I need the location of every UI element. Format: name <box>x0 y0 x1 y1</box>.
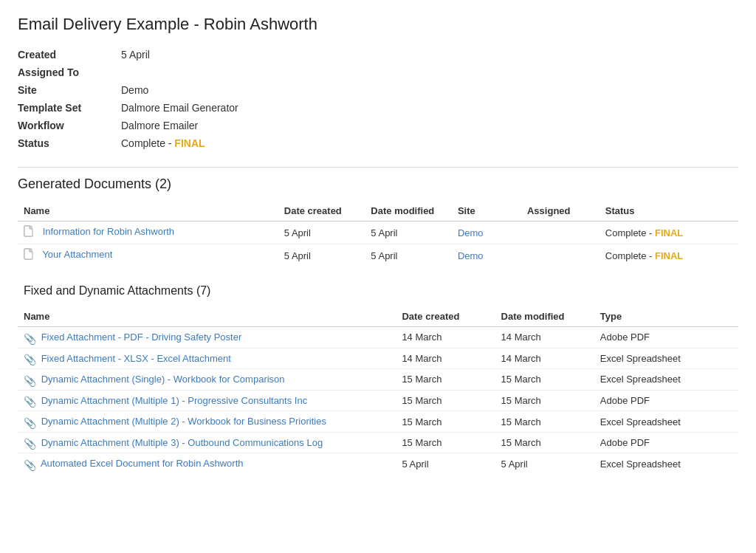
attach-date-created: 15 March <box>396 369 495 391</box>
meta-table: Created 5 April Assigned To Site Demo Te… <box>18 46 738 152</box>
document-icon <box>24 225 35 238</box>
table-row: 📎 Dynamic Attachment (Multiple 1) - Prog… <box>18 390 738 411</box>
table-row: 📎 Fixed Attachment - PDF - Driving Safet… <box>18 327 738 348</box>
attach-name-link[interactable]: Dynamic Attachment (Multiple 2) - Workbo… <box>41 416 326 427</box>
paperclip-icon: 📎 <box>24 333 34 343</box>
attach-name-link[interactable]: Fixed Attachment - PDF - Driving Safety … <box>41 332 242 343</box>
attach-type: Adobe PDF <box>594 432 738 453</box>
attach-type: Adobe PDF <box>594 327 738 348</box>
attach-type: Excel Spreadsheet <box>594 453 738 474</box>
attach-name-cell: 📎 Dynamic Attachment (Multiple 3) - Outb… <box>18 432 396 453</box>
status-complete-text: Complete - <box>121 137 174 149</box>
meta-row-assigned: Assigned To <box>18 63 738 81</box>
attach-date-modified: 15 March <box>495 432 594 453</box>
generated-docs-header: Name Date created Date modified Site Ass… <box>18 201 738 221</box>
attach-date-modified: 14 March <box>495 327 594 348</box>
doc-assigned <box>521 221 599 244</box>
attach-name-cell: 📎 Dynamic Attachment (Multiple 1) - Prog… <box>18 390 396 411</box>
table-row: 📎 Fixed Attachment - XLSX - Excel Attach… <box>18 348 738 369</box>
table-row: 📎 Dynamic Attachment (Single) - Workbook… <box>18 369 738 391</box>
attach-date-created: 15 March <box>396 390 495 411</box>
col-header-site: Site <box>452 201 521 221</box>
paperclip-icon: 📎 <box>24 396 34 406</box>
paperclip-icon: 📎 <box>24 354 34 364</box>
attach-date-created: 15 March <box>396 432 495 453</box>
meta-row-created: Created 5 April <box>18 46 738 63</box>
paperclip-icon: 📎 <box>24 438 34 448</box>
attach-date-modified: 15 March <box>495 411 594 433</box>
doc-date-created: 5 April <box>278 221 365 244</box>
attach-name-link[interactable]: Dynamic Attachment (Multiple 3) - Outbou… <box>41 437 323 448</box>
attachments-table: Name Date created Date modified Type 📎 F… <box>18 306 738 474</box>
meta-value-status: Complete - FINAL <box>121 137 205 149</box>
attach-type: Excel Spreadsheet <box>594 348 738 369</box>
col-header-name: Name <box>18 201 278 221</box>
table-row: 📎 Dynamic Attachment (Multiple 2) - Work… <box>18 411 738 433</box>
generated-docs-title: Generated Documents (2) <box>18 167 738 192</box>
attach-name-link[interactable]: Automated Excel Document for Robin Ashwo… <box>41 458 244 469</box>
doc-status: Complete - FINAL <box>599 244 738 267</box>
attach-name-cell: 📎 Fixed Attachment - PDF - Driving Safet… <box>18 327 396 348</box>
attach-date-created: 5 April <box>396 453 495 474</box>
doc-site: Demo <box>452 244 521 267</box>
attach-date-modified: 15 March <box>495 369 594 391</box>
col-header-assigned: Assigned <box>521 201 599 221</box>
attach-date-modified: 15 March <box>495 390 594 411</box>
col-header-status: Status <box>599 201 738 221</box>
attach-date-created: 14 March <box>396 327 495 348</box>
paperclip-icon: 📎 <box>24 417 34 427</box>
attachments-title: Fixed and Dynamic Attachments (7) <box>18 284 738 298</box>
attach-date-modified: 14 March <box>495 348 594 369</box>
table-row: 📎 Automated Excel Document for Robin Ash… <box>18 453 738 474</box>
doc-name-cell: Your Attachment <box>18 244 278 267</box>
attach-date-created: 15 March <box>396 411 495 433</box>
meta-value-workflow: Dalmore Emailer <box>121 120 198 131</box>
meta-row-status: Status Complete - FINAL <box>18 134 738 152</box>
attach-name-cell: 📎 Dynamic Attachment (Single) - Workbook… <box>18 369 396 391</box>
paperclip-icon: 📎 <box>24 459 34 470</box>
attach-col-header-name: Name <box>18 306 396 327</box>
attach-col-header-date-modified: Date modified <box>495 306 594 327</box>
attach-date-modified: 5 April <box>495 453 594 474</box>
attach-type: Excel Spreadsheet <box>594 369 738 391</box>
attach-type: Excel Spreadsheet <box>594 411 738 433</box>
table-row: Your Attachment 5 April 5 April Demo Com… <box>18 244 738 267</box>
page-title: Email Delivery Example - Robin Ashworth <box>18 15 738 34</box>
table-row: 📎 Dynamic Attachment (Multiple 3) - Outb… <box>18 432 738 453</box>
meta-row-workflow: Workflow Dalmore Emailer <box>18 117 738 134</box>
meta-value-template: Dalmore Email Generator <box>121 102 238 114</box>
doc-date-modified: 5 April <box>365 221 452 244</box>
meta-label-site: Site <box>18 84 121 96</box>
doc-status: Complete - FINAL <box>599 221 738 244</box>
document-icon <box>24 248 35 261</box>
meta-value-created: 5 April <box>121 49 150 61</box>
doc-name-link[interactable]: Your Attachment <box>42 249 112 260</box>
attach-type: Adobe PDF <box>594 390 738 411</box>
doc-name-link[interactable]: Information for Robin Ashworth <box>43 226 174 237</box>
attach-name-link[interactable]: Dynamic Attachment (Single) - Workbook f… <box>41 374 285 385</box>
meta-label-assigned: Assigned To <box>18 66 121 78</box>
doc-date-modified: 5 April <box>365 244 452 267</box>
meta-label-template: Template Set <box>18 102 121 114</box>
status-final-text: FINAL <box>174 137 205 149</box>
meta-value-site: Demo <box>121 84 148 96</box>
table-row: Information for Robin Ashworth 5 April 5… <box>18 221 738 244</box>
attach-name-cell: 📎 Automated Excel Document for Robin Ash… <box>18 453 396 474</box>
attachments-header: Name Date created Date modified Type <box>18 306 738 327</box>
doc-site: Demo <box>452 221 521 244</box>
meta-label-status: Status <box>18 137 121 149</box>
meta-label-created: Created <box>18 49 121 61</box>
attach-name-link[interactable]: Dynamic Attachment (Multiple 1) - Progre… <box>41 395 308 406</box>
generated-docs-table: Name Date created Date modified Site Ass… <box>18 201 738 267</box>
meta-label-workflow: Workflow <box>18 120 121 131</box>
doc-name-cell: Information for Robin Ashworth <box>18 221 278 244</box>
attach-name-cell: 📎 Fixed Attachment - XLSX - Excel Attach… <box>18 348 396 369</box>
meta-row-site: Site Demo <box>18 81 738 99</box>
attach-col-header-date-created: Date created <box>396 306 495 327</box>
meta-row-template: Template Set Dalmore Email Generator <box>18 99 738 117</box>
doc-assigned <box>521 244 599 267</box>
doc-date-created: 5 April <box>278 244 365 267</box>
col-header-date-modified: Date modified <box>365 201 452 221</box>
col-header-date-created: Date created <box>278 201 365 221</box>
attach-name-link[interactable]: Fixed Attachment - XLSX - Excel Attachme… <box>41 353 231 364</box>
